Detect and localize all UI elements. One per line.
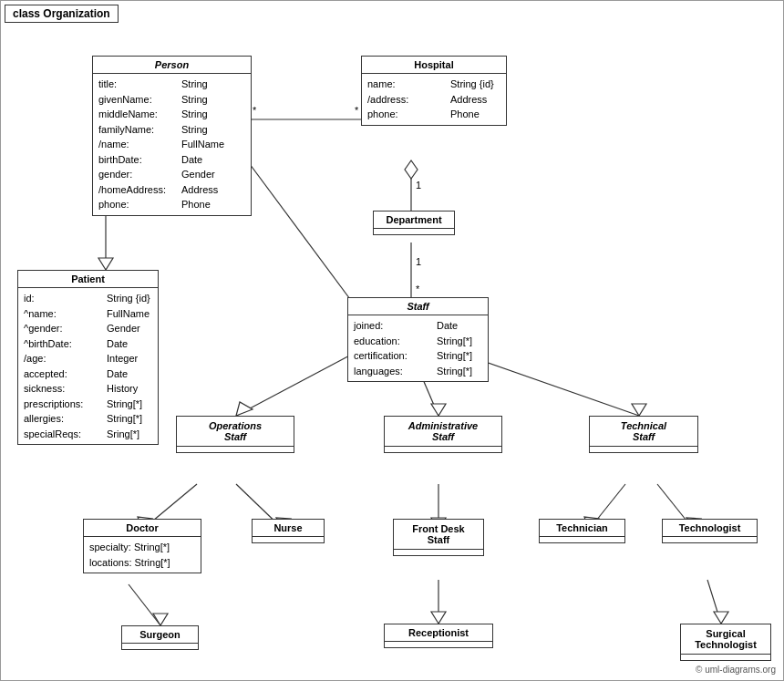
surgical-tech-title: SurgicalTechnologist [681, 624, 770, 655]
technologist-title: Technologist [663, 520, 757, 537]
doctor-attrs: specialty: String[*] locations: String[*… [84, 537, 201, 573]
svg-line-16 [236, 352, 356, 416]
tech-staff-attrs [590, 447, 697, 452]
ops-staff-title: OperationsStaff [177, 417, 294, 447]
front-desk-attrs [394, 550, 483, 555]
receptionist-class: Receptionist [384, 624, 493, 648]
nurse-attrs [253, 537, 324, 542]
tech-staff-class: TechnicalStaff [589, 416, 698, 453]
svg-marker-33 [153, 614, 168, 625]
svg-text:1: 1 [416, 256, 421, 267]
ops-staff-attrs [177, 447, 294, 452]
surgeon-attrs [122, 644, 198, 649]
svg-text:*: * [253, 105, 257, 116]
svg-marker-19 [431, 404, 446, 416]
svg-marker-21 [632, 404, 646, 416]
receptionist-attrs [385, 642, 492, 647]
svg-text:1: 1 [416, 180, 421, 191]
svg-line-32 [129, 584, 160, 625]
nurse-class: Nurse [252, 519, 325, 543]
ops-staff-class: OperationsStaff [176, 416, 294, 453]
nurse-title: Nurse [253, 520, 324, 537]
patient-title: Patient [18, 271, 158, 288]
department-attrs [374, 229, 454, 234]
svg-text:*: * [416, 284, 420, 294]
surgeon-class: Surgeon [121, 625, 199, 650]
diagram-container: class Organization * * 1 1 * * * [0, 0, 784, 681]
person-attrs: title:String givenName:String middleName… [93, 74, 251, 215]
svg-line-11 [247, 160, 366, 320]
department-class: Department [373, 211, 455, 235]
tech-staff-title: TechnicalStaff [590, 417, 697, 447]
hospital-class: Hospital name:String {id} /address:Addre… [361, 56, 507, 126]
admin-staff-title: AdministrativeStaff [385, 417, 501, 447]
patient-attrs: id:String {id} ^name:FullName ^gender:Ge… [18, 288, 158, 444]
surgical-tech-class: SurgicalTechnologist [680, 624, 771, 661]
front-desk-class: Front DeskStaff [393, 519, 484, 556]
hospital-attrs: name:String {id} /address:Address phone:… [362, 74, 506, 125]
staff-attrs: joined:Date education:String[*] certific… [348, 315, 488, 381]
patient-class: Patient id:String {id} ^name:FullName ^g… [17, 270, 159, 445]
hospital-title: Hospital [362, 57, 506, 74]
svg-marker-4 [405, 160, 418, 179]
technologist-attrs [663, 537, 757, 542]
svg-marker-10 [98, 258, 113, 270]
staff-class: Staff joined:Date education:String[*] ce… [347, 297, 489, 382]
surgeon-title: Surgeon [122, 626, 198, 644]
diagram-title: class Organization [5, 5, 119, 23]
svg-marker-37 [714, 612, 728, 624]
technician-title: Technician [540, 520, 624, 537]
admin-staff-attrs [385, 447, 501, 452]
svg-marker-17 [236, 402, 253, 416]
person-title: Person [93, 57, 251, 74]
surgical-tech-attrs [681, 655, 770, 660]
admin-staff-class: AdministrativeStaff [384, 416, 502, 453]
technician-class: Technician [539, 519, 625, 543]
svg-line-36 [707, 580, 721, 624]
department-title: Department [374, 212, 454, 229]
doctor-class: Doctor specialty: String[*] locations: S… [83, 519, 201, 573]
front-desk-title: Front DeskStaff [394, 520, 483, 550]
doctor-title: Doctor [84, 520, 201, 537]
person-class: Person title:String givenName:String mid… [92, 56, 252, 216]
copyright: © uml-diagrams.org [696, 665, 776, 675]
technician-attrs [540, 537, 624, 542]
svg-marker-35 [431, 612, 446, 624]
staff-title: Staff [348, 298, 488, 315]
svg-text:*: * [355, 105, 359, 116]
receptionist-title: Receptionist [385, 624, 492, 642]
technologist-class: Technologist [662, 519, 758, 543]
